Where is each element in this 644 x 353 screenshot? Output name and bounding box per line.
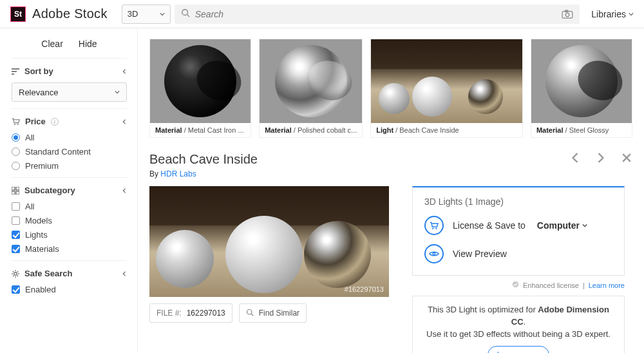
search-input[interactable] — [195, 9, 562, 19]
safesearch-title: Safe Search — [24, 269, 72, 278]
license-destination-dropdown[interactable]: Computer — [537, 220, 587, 231]
top-bar: St Adobe Stock 3D Libraries — [0, 0, 644, 28]
grid-icon — [12, 187, 19, 195]
filter-sidebar: Clear Hide Sort by Relevance — [0, 28, 138, 353]
category-dropdown[interactable]: 3D — [122, 5, 171, 24]
chevron-down-icon — [115, 90, 120, 95]
detail-byline: By HDR Labs — [149, 169, 258, 178]
result-card-selected[interactable]: Light / Beach Cave Inside — [370, 39, 523, 138]
svg-point-6 — [17, 124, 19, 125]
svg-line-1 — [187, 15, 189, 17]
subcat-all[interactable]: All — [12, 202, 127, 211]
svg-rect-8 — [16, 187, 19, 190]
svg-rect-10 — [16, 191, 19, 195]
filter-price: Price i All Standard Content Premium — [12, 108, 127, 177]
learn-more-link[interactable]: Learn more — [589, 281, 625, 289]
hide-filters[interactable]: Hide — [79, 39, 97, 49]
sort-icon — [12, 68, 19, 75]
libraries-menu[interactable]: Libraries — [591, 9, 634, 19]
watermark: #162297013 — [345, 285, 384, 293]
search-bar[interactable] — [175, 5, 580, 24]
info-icon[interactable]: i — [51, 118, 59, 126]
sort-value: Relevance — [19, 88, 58, 97]
price-option-standard[interactable]: Standard Content — [12, 147, 127, 157]
result-card[interactable]: Material / Steel Glossy — [531, 39, 632, 138]
panel-heading: 3D Lights (1 Image) — [424, 196, 612, 207]
subcategory-title: Subcategory — [24, 186, 75, 195]
chevron-down-icon — [629, 12, 634, 17]
price-title: Price — [25, 117, 46, 126]
svg-point-3 — [565, 13, 569, 17]
svg-point-14 — [432, 227, 433, 229]
results-strip: Material / Metal Cast Iron ... Material … — [149, 39, 632, 138]
detail-right-column: 3D Lights (1 Image) License & Save to Co… — [412, 186, 625, 353]
filter-sort: Sort by Relevance — [12, 58, 127, 108]
cart-icon — [12, 118, 20, 126]
close-button[interactable] — [621, 152, 632, 164]
svg-rect-2 — [562, 11, 573, 18]
prev-button[interactable] — [569, 152, 581, 164]
svg-point-16 — [433, 253, 435, 255]
price-option-all[interactable]: All — [12, 133, 127, 142]
cart-icon — [424, 216, 444, 235]
sort-dropdown[interactable]: Relevance — [12, 82, 127, 102]
price-option-premium[interactable]: Premium — [12, 161, 127, 171]
detail-header: Beach Cave Inside By HDR Labs — [149, 152, 632, 178]
license-panel: 3D Lights (1 Image) License & Save to Co… — [412, 186, 625, 276]
search-icon — [246, 309, 254, 318]
search-icon — [181, 8, 190, 19]
chevron-left-icon[interactable] — [122, 271, 127, 276]
result-card[interactable]: Material / Polished cobalt c... — [259, 39, 363, 138]
chevron-down-icon — [582, 223, 587, 228]
svg-line-13 — [251, 314, 253, 316]
preview-column: #162297013 FILE #: 162297013 Find Simila… — [149, 186, 389, 353]
svg-point-12 — [247, 309, 252, 314]
detail-title: Beach Cave Inside — [149, 152, 258, 167]
category-dropdown-value: 3D — [128, 9, 138, 19]
chevron-left-icon[interactable] — [122, 188, 127, 193]
check-icon — [512, 281, 519, 289]
results-area: Material / Metal Cast Iron ... Material … — [138, 28, 644, 353]
filter-subcategory: Subcategory All Models Lights Materials — [12, 177, 127, 260]
gear-icon — [12, 270, 19, 278]
filter-safesearch: Safe Search Enabled — [12, 260, 127, 301]
file-id-pill: FILE #: 162297013 — [149, 303, 232, 323]
chevron-left-icon[interactable] — [122, 119, 127, 124]
svg-point-0 — [182, 10, 187, 15]
brand-name: Adobe Stock — [32, 6, 108, 21]
view-preview-action[interactable]: View Preview — [424, 244, 612, 263]
subcat-materials[interactable]: Materials — [12, 244, 127, 254]
license-save-action[interactable]: License & Save to Computer — [424, 216, 612, 235]
next-button[interactable] — [595, 152, 607, 164]
safesearch-enabled[interactable]: Enabled — [12, 285, 127, 294]
subcat-lights[interactable]: Lights — [12, 230, 127, 240]
svg-point-11 — [14, 272, 17, 274]
author-link[interactable]: HDR Labs — [160, 169, 196, 178]
dimension-optimized-box: This 3D Light is optimized for Adobe Dim… — [412, 296, 625, 353]
preview-image[interactable]: #162297013 — [149, 186, 389, 297]
sort-title: Sort by — [24, 66, 53, 76]
learn-more-button[interactable]: Learn more — [488, 346, 549, 353]
svg-point-15 — [435, 227, 437, 229]
libraries-label: Libraries — [591, 9, 626, 19]
svg-point-5 — [14, 124, 15, 125]
clear-filters[interactable]: Clear — [41, 39, 62, 49]
result-card[interactable]: Material / Metal Cast Iron ... — [149, 39, 251, 138]
chevron-left-icon[interactable] — [122, 69, 127, 74]
brand-logo-badge: St — [10, 6, 26, 22]
license-note: Enhanced license | Learn more — [412, 281, 625, 289]
subcat-models[interactable]: Models — [12, 216, 127, 225]
detail-nav — [569, 152, 632, 164]
svg-rect-7 — [12, 187, 15, 190]
find-similar-button[interactable]: Find Similar — [239, 303, 307, 323]
svg-rect-9 — [12, 191, 15, 195]
chevron-down-icon — [160, 12, 165, 17]
camera-icon[interactable] — [562, 10, 573, 19]
eye-icon — [424, 244, 444, 263]
